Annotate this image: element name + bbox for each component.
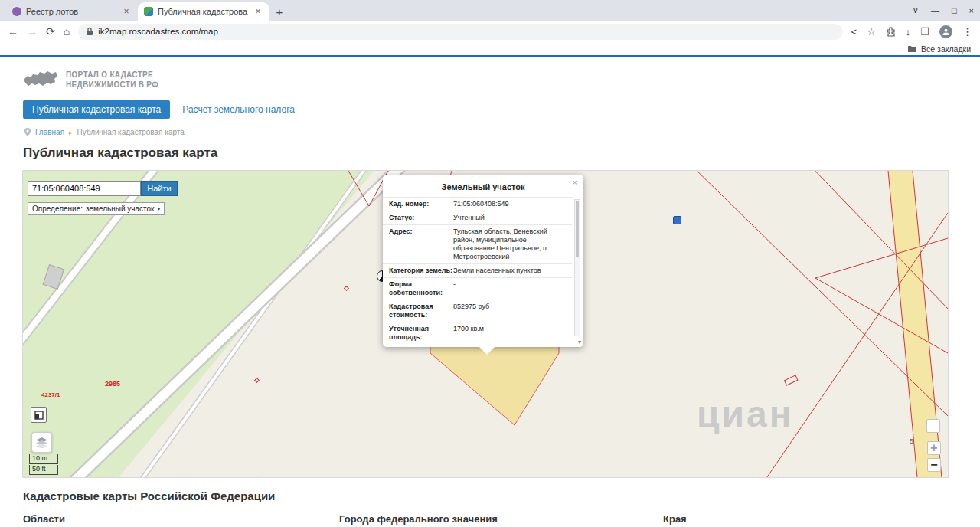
profile-avatar[interactable] <box>939 25 952 38</box>
zoom-out-button[interactable]: − <box>927 458 941 472</box>
tab-title: Публичная кадастровая ка <box>158 7 248 16</box>
bookmarks-folder-icon <box>907 44 917 53</box>
popup-row: Форма собственности: - <box>383 277 572 300</box>
site-nav: Публичная кадастровая карта Расчет земел… <box>23 100 980 119</box>
window-controls: ∨ — □ × <box>913 0 974 21</box>
layers-button[interactable] <box>31 432 52 453</box>
window-minimize-button[interactable]: — <box>931 6 939 15</box>
scale-metric: 10 m <box>29 454 58 464</box>
toolbar-right-icons: < ☆ ↓ ❐ ⋮ <box>851 25 972 38</box>
popup-row: Статус: Учтенный <box>383 211 572 224</box>
popup-rows: Кад. номер: 71:05:060408:549 Статус: Учт… <box>383 197 572 344</box>
field-value: 1700 кв.м <box>453 325 572 342</box>
scroll-down-icon[interactable]: ▾ <box>578 339 581 345</box>
minimap-icon <box>34 411 44 420</box>
tab-land-tax[interactable]: Расчет земельного налога <box>182 104 295 115</box>
padlock-icon <box>86 27 93 36</box>
cian-watermark: циан <box>697 393 794 435</box>
breadcrumb: Главная ▸ Публичная кадастровая карта <box>24 128 980 136</box>
forward-button[interactable]: → <box>27 25 38 38</box>
field-value: Земли населенных пунктов <box>453 267 572 275</box>
person-icon <box>942 28 950 36</box>
parcel-info-popup: Земельный участок × Кад. номер: 71:05:06… <box>383 175 583 347</box>
bookmark-star-icon[interactable]: ☆ <box>867 26 876 38</box>
all-bookmarks-label[interactable]: Все закладки <box>921 44 971 54</box>
window-maximize-button[interactable]: □ <box>952 6 957 15</box>
tab-list-chevron-icon[interactable]: ∨ <box>913 5 919 15</box>
tab-public-map[interactable]: Публичная кадастровая карта <box>23 100 170 119</box>
definition-select[interactable]: Определение: земельный участок ▾ <box>28 202 165 215</box>
highway-marker-icon[interactable] <box>673 216 681 224</box>
parcel-number-label: 4237/1 <box>41 391 60 398</box>
definition-label: Определение: <box>32 205 83 213</box>
popup-row: Категория земель: Земли населенных пункт… <box>383 264 572 277</box>
popup-title: Земельный участок <box>383 178 583 197</box>
definition-value: земельный участок <box>86 205 154 213</box>
chevron-down-icon: ▾ <box>157 205 160 212</box>
logo-line-1: ПОРТАЛ О КАДАСТРЕ <box>66 70 158 80</box>
accent-divider <box>0 55 980 57</box>
tab-favicon-icon <box>12 7 21 16</box>
footer-col-cities[interactable]: Города федерального значения <box>339 513 663 525</box>
minimap-toggle-button[interactable] <box>31 407 47 423</box>
location-pin-icon <box>24 128 31 136</box>
zoom-in-button[interactable]: + <box>927 441 941 455</box>
popup-row: Адрес: Тульская область, Веневский район… <box>383 224 572 264</box>
browser-toolbar: ← → ⟳ ⌂ ik2map.roscadastres.com/map < ☆ … <box>0 21 980 42</box>
popup-scrollbar[interactable] <box>574 199 580 336</box>
tab-title: Реестр лотов <box>26 7 116 16</box>
parcel-number-label: 2985 <box>105 380 120 388</box>
browser-tab-active[interactable]: Публичная кадастровая ка × <box>138 2 270 21</box>
popup-close-icon[interactable]: × <box>573 178 577 187</box>
browser-tab-bar: Реестр лотов × Публичная кадастровая ка … <box>0 0 980 21</box>
scale-imperial: 50 ft <box>29 465 58 475</box>
extensions-icon[interactable] <box>886 27 896 37</box>
field-label: Уточненная площадь: <box>389 325 453 342</box>
field-label: Форма собственности: <box>389 280 453 297</box>
site-logo-text: ПОРТАЛ О КАДАСТРЕ НЕДВИЖИМОСТИ В РФ <box>66 70 158 90</box>
new-tab-button[interactable]: + <box>270 2 289 21</box>
logo-line-2: НЕДВИЖИМОСТИ В РФ <box>66 80 158 90</box>
address-bar[interactable]: ik2map.roscadastres.com/map <box>78 24 842 40</box>
scrollbar-thumb[interactable] <box>576 201 579 257</box>
map-scale: 10 m 50 ft <box>29 454 58 475</box>
footer-col-regions[interactable]: Области <box>23 513 339 525</box>
reload-button[interactable]: ⟳ <box>46 25 55 38</box>
page-content: ПОРТАЛ О КАДАСТРЕ НЕДВИЖИМОСТИ В РФ Публ… <box>0 68 980 525</box>
reading-list-icon[interactable]: ❐ <box>920 26 929 38</box>
menu-kebab-icon[interactable]: ⋮ <box>962 26 972 38</box>
footer-col-krais[interactable]: Края <box>663 513 980 525</box>
tab-close-icon[interactable]: × <box>253 6 263 17</box>
cadastral-map[interactable]: Найти Определение: земельный участок ▾ 2… <box>23 171 948 477</box>
url-text: ik2map.roscadastres.com/map <box>98 27 218 36</box>
layers-icon <box>36 437 47 448</box>
map-search: Найти <box>28 181 178 196</box>
map-extent-button[interactable] <box>926 419 940 433</box>
field-value: Учтенный <box>453 214 572 222</box>
breadcrumb-separator-icon: ▸ <box>69 129 73 136</box>
window-close-button[interactable]: × <box>969 6 974 15</box>
tab-close-icon[interactable]: × <box>121 6 132 17</box>
field-label: Категория земель: <box>389 267 453 275</box>
field-label: Кадастровая стоимость: <box>389 303 453 319</box>
site-logo: ПОРТАЛ О КАДАСТРЕ НЕДВИЖИМОСТИ В РФ <box>23 68 980 91</box>
download-icon[interactable]: ↓ <box>906 26 911 38</box>
back-button[interactable]: ← <box>8 25 18 38</box>
popup-row: Уточненная площадь: 1700 кв.м <box>383 322 572 344</box>
page-title: Публичная кадастровая карта <box>23 146 980 161</box>
tab-favicon-icon <box>144 7 153 16</box>
footer-heading: Кадастровые карты Российской Федерации <box>23 489 980 502</box>
search-button[interactable]: Найти <box>141 181 178 196</box>
field-value: 852975 руб <box>453 303 572 319</box>
home-button[interactable]: ⌂ <box>64 25 70 38</box>
field-value: 71:05:060408:549 <box>453 200 572 208</box>
zoom-level-label: 5 <box>910 437 913 445</box>
russia-map-icon <box>23 68 58 91</box>
search-input[interactable] <box>28 181 141 196</box>
breadcrumb-home[interactable]: Главная <box>35 128 64 136</box>
browser-tab-inactive[interactable]: Реестр лотов × <box>6 2 138 21</box>
field-value: - <box>453 280 572 297</box>
popup-row: Кадастровая стоимость: 852975 руб <box>383 300 572 322</box>
share-icon[interactable]: < <box>851 26 858 38</box>
popup-row: Кад. номер: 71:05:060408:549 <box>383 197 572 211</box>
